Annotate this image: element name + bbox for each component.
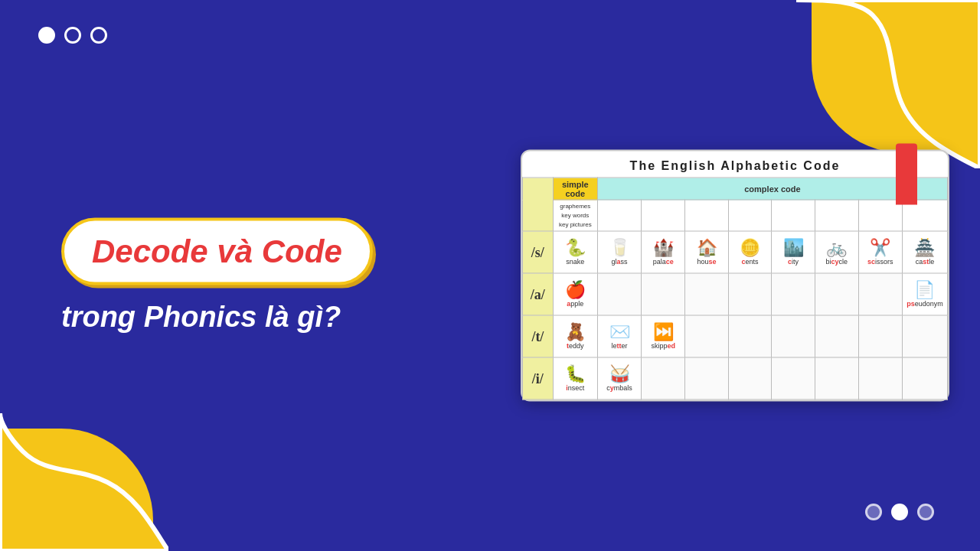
window-dot-2[interactable] [64, 27, 81, 44]
castle-icon: 🏯 [904, 240, 946, 256]
letter-label: letter [599, 342, 639, 350]
empty-a7 [815, 273, 858, 315]
card-title: The English Alphabetic Code [522, 152, 948, 178]
left-content: Decode và Code trong Phonics là gì? [61, 218, 373, 334]
bottom-dot-1 [865, 504, 882, 520]
title-badge: Decode và Code [61, 218, 373, 285]
cell-snake: 🐍 snake [553, 231, 597, 273]
window-dot-1[interactable] [38, 27, 55, 44]
city-label: city [773, 258, 813, 266]
table-row-t: /t/ 🧸 teddy ✉️ letter ⏭️ skipped [523, 315, 948, 357]
cell-teddy: 🧸 teddy [553, 315, 597, 357]
wave-top-right-decoration [796, 0, 980, 168]
cell-pseudonym: 📄 pseudonym [902, 273, 947, 315]
grapheme-header-c4 [685, 200, 729, 231]
empty-i9 [902, 357, 947, 399]
pseudonym-label: pseudonym [904, 300, 946, 308]
empty-i3 [642, 357, 685, 399]
grapheme-label-2: key words [561, 212, 589, 219]
phonics-table-card: The English Alphabetic Code simple code … [521, 150, 949, 402]
grapheme-header-c2 [597, 200, 641, 231]
table-row-s: /s/ 🐍 snake 🥛 glass 🏰 palace 🏠 house [523, 231, 948, 273]
cell-house: 🏠 house [685, 231, 729, 273]
insect-icon: 🐛 [555, 366, 596, 383]
window-controls [38, 27, 107, 44]
cell-letter: ✉️ letter [597, 315, 641, 357]
cell-skipped: ⏭️ skipped [642, 315, 685, 357]
letter-icon: ✉️ [599, 324, 639, 341]
main-title: Decode và Code [92, 233, 342, 269]
cell-castle: 🏯 castle [902, 231, 947, 273]
bicycle-icon: 🚲 [817, 240, 857, 256]
grapheme-header: graphemes key words key pictures [553, 200, 597, 231]
grapheme-header-c5 [728, 200, 772, 231]
bicycle-label: bicycle [817, 258, 857, 266]
empty-i7 [815, 357, 858, 399]
cell-city: 🏙️ city [772, 231, 815, 273]
table-row-i: /i/ 🐛 insect 🥁 cymbals [523, 357, 948, 399]
empty-a5 [728, 273, 772, 315]
phoneme-s: /s/ [523, 231, 554, 273]
bottom-dots [865, 504, 934, 520]
cell-bicycle: 🚲 bicycle [815, 231, 858, 273]
teddy-label: teddy [555, 342, 596, 350]
empty-t4 [685, 315, 729, 357]
empty-i6 [772, 357, 815, 399]
cell-scissors: ✂️ scissors [858, 231, 902, 273]
header-simple: simple code [553, 178, 597, 200]
red-bookmark [896, 144, 917, 205]
apple-icon: 🍎 [555, 282, 596, 298]
castle-label: castle [904, 258, 946, 266]
snake-icon: 🐍 [555, 240, 596, 256]
apple-label: apple [555, 300, 596, 308]
palace-icon: 🏰 [643, 240, 683, 256]
grapheme-label-3: key pictures [559, 221, 592, 228]
scissors-icon: ✂️ [861, 240, 900, 256]
window-dot-3[interactable] [90, 27, 107, 44]
cell-glass: 🥛 glass [597, 231, 641, 273]
empty-i8 [858, 357, 902, 399]
palace-label: palace [643, 258, 683, 266]
cell-palace: 🏰 palace [642, 231, 685, 273]
insect-label: insect [555, 384, 596, 392]
grapheme-header-c3 [642, 200, 685, 231]
cell-apple: 🍎 apple [553, 273, 597, 315]
phoneme-a: /a/ [523, 273, 554, 315]
cell-cymbals: 🥁 cymbals [597, 357, 641, 399]
empty-a2 [597, 273, 641, 315]
bottom-dot-3 [917, 504, 934, 520]
coins-icon: 🪙 [730, 240, 770, 256]
snake-label: snake [555, 258, 596, 266]
cents-label: cents [730, 258, 770, 266]
header-complex: complex code [597, 178, 947, 200]
scissors-label: scissors [861, 258, 900, 266]
cymbals-label: cymbals [599, 384, 639, 392]
teddy-icon: 🧸 [555, 324, 596, 341]
cymbals-icon: 🥁 [599, 366, 639, 383]
empty-t9 [902, 315, 947, 357]
empty-a4 [685, 273, 729, 315]
house-icon: 🏠 [687, 240, 727, 256]
empty-i5 [728, 357, 772, 399]
pseudonym-icon: 📄 [904, 282, 946, 298]
empty-a6 [772, 273, 815, 315]
glass-icon: 🥛 [599, 240, 639, 256]
house-label: house [687, 258, 727, 266]
empty-t7 [815, 315, 858, 357]
empty-t8 [858, 315, 902, 357]
grapheme-header-c6 [772, 200, 815, 231]
grapheme-header-c7 [815, 200, 858, 231]
wave-bottom-left-decoration [0, 413, 168, 551]
skipped-label: skipped [643, 342, 683, 350]
empty-t6 [772, 315, 815, 357]
empty-i4 [685, 357, 729, 399]
subtitle: trong Phonics là gì? [61, 301, 341, 333]
glass-label: glass [599, 258, 639, 266]
phoneme-t: /t/ [523, 315, 554, 357]
city-icon: 🏙️ [773, 240, 813, 256]
phonics-table: simple code complex code graphemes key w… [522, 178, 948, 400]
empty-a8 [858, 273, 902, 315]
bottom-dot-2 [891, 504, 908, 520]
grapheme-label-1: graphemes [560, 203, 590, 210]
skipped-icon: ⏭️ [643, 324, 683, 341]
